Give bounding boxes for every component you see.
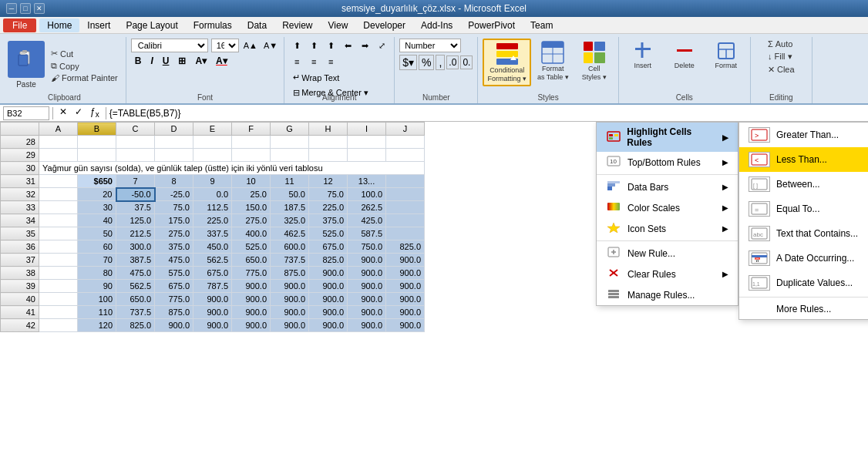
maximize-btn[interactable]: □ <box>20 3 31 14</box>
col-header-i[interactable]: I <box>348 123 386 136</box>
close-btn[interactable]: ✕ <box>34 3 45 14</box>
cell-b35[interactable]: 50 <box>78 227 116 240</box>
cell-f36[interactable]: 525.0 <box>232 240 271 254</box>
row-header-30[interactable]: 30 <box>1 162 39 175</box>
name-box[interactable] <box>3 106 49 120</box>
cell-f35[interactable]: 400.0 <box>232 227 271 240</box>
cf-menu-new-rule[interactable]: New Rule... <box>597 243 738 264</box>
cell-h31[interactable]: 12 <box>309 175 348 188</box>
increase-decimal-btn[interactable]: .0 <box>446 55 459 69</box>
cell-h41[interactable]: 900.0 <box>309 306 348 319</box>
submenu-less-than[interactable]: < Less Than... <box>739 147 868 172</box>
underline-button[interactable]: U <box>159 54 173 68</box>
cell-a34[interactable] <box>39 214 78 227</box>
cell-c35[interactable]: 212.5 <box>116 227 155 240</box>
cell-e28[interactable] <box>193 136 232 149</box>
cell-b31[interactable]: $650 <box>78 175 116 188</box>
col-header-g[interactable]: G <box>271 123 309 136</box>
submenu-duplicate-values[interactable]: 1,1 Duplicate Values... <box>739 271 868 295</box>
cell-i34[interactable]: 425.0 <box>348 214 386 227</box>
row-header-35[interactable]: 35 <box>1 227 39 240</box>
cell-c38[interactable]: 475.0 <box>116 267 155 280</box>
row-header-28[interactable]: 28 <box>1 136 39 149</box>
cell-a36[interactable] <box>39 240 78 254</box>
cell-a31[interactable] <box>39 175 78 188</box>
cell-j29[interactable] <box>386 149 425 162</box>
cell-b41[interactable]: 110 <box>78 306 116 319</box>
cell-a28[interactable] <box>39 136 78 149</box>
cell-d35[interactable]: 275.0 <box>155 227 193 240</box>
cell-d32[interactable]: -25.0 <box>155 188 193 201</box>
cell-e37[interactable]: 562.5 <box>193 254 232 267</box>
cell-j36[interactable]: 825.0 <box>386 240 425 254</box>
cell-c28[interactable] <box>116 136 155 149</box>
cell-j34[interactable] <box>386 214 425 227</box>
cell-i40[interactable]: 900.0 <box>348 293 386 306</box>
cell-f40[interactable]: 900.0 <box>232 293 271 306</box>
cell-e42[interactable]: 900.0 <box>193 319 232 332</box>
cell-i37[interactable]: 900.0 <box>348 254 386 267</box>
wrap-text-button[interactable]: ↵ Wrap Text <box>289 71 343 84</box>
orientation-btn[interactable]: ⤢ <box>374 39 389 52</box>
align-left-btn[interactable]: ≡ <box>289 55 304 69</box>
align-top-right-btn[interactable]: ⬆ <box>323 39 338 52</box>
menu-powerpivot[interactable]: PowerPivot <box>460 18 523 32</box>
cell-f42[interactable]: 900.0 <box>232 319 271 332</box>
menu-page-layout[interactable]: Page Layout <box>118 18 185 32</box>
number-format-select[interactable]: Number <box>399 39 461 52</box>
cell-c29[interactable] <box>116 149 155 162</box>
indent-inc-btn[interactable]: ➡ <box>357 39 372 52</box>
cf-menu-color-scales[interactable]: Color Scales ▶ <box>597 197 738 218</box>
cell-f33[interactable]: 150.0 <box>232 201 271 214</box>
cell-f39[interactable]: 900.0 <box>232 280 271 293</box>
row-header-36[interactable]: 36 <box>1 240 39 254</box>
font-face-select[interactable]: Calibri <box>131 39 208 52</box>
cell-d40[interactable]: 775.0 <box>155 293 193 306</box>
row-header-29[interactable]: 29 <box>1 149 39 162</box>
cell-a38[interactable] <box>39 267 78 280</box>
col-header-f[interactable]: F <box>232 123 271 136</box>
cell-i36[interactable]: 750.0 <box>348 240 386 254</box>
cell-e38[interactable]: 675.0 <box>193 267 232 280</box>
cell-styles-button[interactable]: CellStyles ▾ <box>575 39 614 83</box>
cell-c40[interactable]: 650.0 <box>116 293 155 306</box>
row-header-38[interactable]: 38 <box>1 267 39 280</box>
cell-f31[interactable]: 10 <box>232 175 271 188</box>
cell-a39[interactable] <box>39 280 78 293</box>
align-right-btn[interactable]: ≡ <box>323 55 338 69</box>
copy-button[interactable]: ⧉ Copy <box>48 60 121 72</box>
row-header-41[interactable]: 41 <box>1 306 39 319</box>
cell-a32[interactable] <box>39 188 78 201</box>
cell-i42[interactable]: 900.0 <box>348 319 386 332</box>
cell-j38[interactable]: 900.0 <box>386 267 425 280</box>
cell-i41[interactable]: 900.0 <box>348 306 386 319</box>
cell-h29[interactable] <box>309 149 348 162</box>
menu-review[interactable]: Review <box>274 18 320 32</box>
cell-g31[interactable]: 11 <box>271 175 309 188</box>
format-painter-button[interactable]: 🖌 Format Painter <box>48 72 121 83</box>
cell-e35[interactable]: 337.5 <box>193 227 232 240</box>
cell-e34[interactable]: 225.0 <box>193 214 232 227</box>
menu-team[interactable]: Team <box>523 18 560 32</box>
cf-menu-clear-rules[interactable]: Clear Rules ▶ <box>597 264 738 284</box>
cell-j39[interactable]: 900.0 <box>386 280 425 293</box>
row-header-37[interactable]: 37 <box>1 254 39 267</box>
col-header-b[interactable]: B <box>78 123 116 136</box>
cell-i38[interactable]: 900.0 <box>348 267 386 280</box>
cf-menu-highlight-cells[interactable]: Highlight Cells Rules ▶ <box>597 123 738 152</box>
cell-j37[interactable]: 900.0 <box>386 254 425 267</box>
cf-menu-manage-rules[interactable]: Manage Rules... <box>597 284 738 305</box>
comma-btn[interactable]: , <box>436 55 445 70</box>
cell-d38[interactable]: 575.0 <box>155 267 193 280</box>
cell-g42[interactable]: 900.0 <box>271 319 309 332</box>
decrease-font-btn[interactable]: A▼ <box>262 40 279 51</box>
cell-c36[interactable]: 300.0 <box>116 240 155 254</box>
cf-menu-data-bars[interactable]: Data Bars ▶ <box>597 176 738 197</box>
row-header-40[interactable]: 40 <box>1 293 39 306</box>
cell-h42[interactable]: 900.0 <box>309 319 348 332</box>
cell-c34[interactable]: 125.0 <box>116 214 155 227</box>
cell-a33[interactable] <box>39 201 78 214</box>
cell-d42[interactable]: 900.0 <box>155 319 193 332</box>
bold-button[interactable]: B <box>131 54 146 68</box>
row-header-34[interactable]: 34 <box>1 214 39 227</box>
